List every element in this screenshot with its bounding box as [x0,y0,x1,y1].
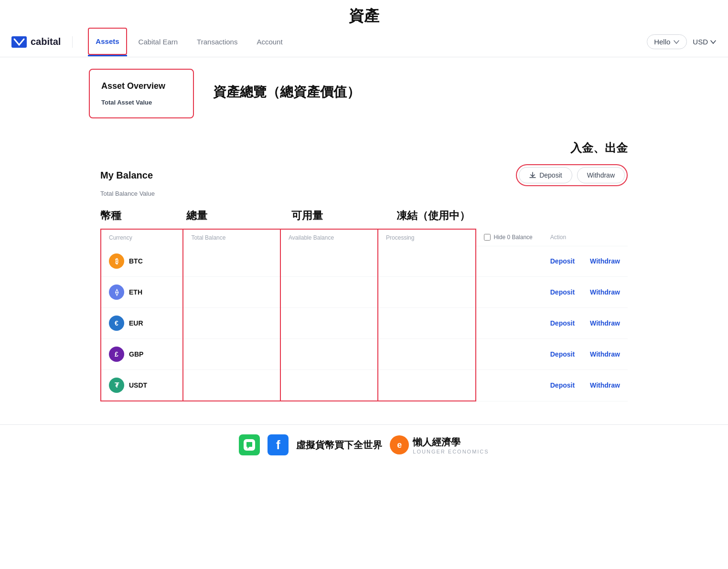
hello-text: Hello [654,38,670,46]
chevron-down-icon-usd [710,39,717,45]
deposit-action-ETH[interactable]: Deposit [550,288,575,296]
col-header-total-balance: Total Balance [183,229,280,246]
deposit-action-cell-GBP: Deposit [543,339,582,370]
table-header-row: Currency Total Balance Available Balance… [101,229,628,246]
footer-brand-sub: LOUNGER ECONOMICS [413,449,489,454]
total-asset-value-label: Total Asset Value [101,99,182,106]
deposit-icon [529,171,536,179]
main-content: Asset Overview Total Asset Value 資產總覽（總資… [77,57,651,424]
total-balance-cell-ETH [183,277,280,308]
total-balance-header-label: Total Balance [191,234,225,241]
withdraw-action-cell-ETH: Withdraw [582,277,628,308]
coin-icon-GBP: £ [109,347,124,362]
deposit-action-EUR[interactable]: Deposit [550,319,575,327]
available-balance-header-label: Available Balance [289,234,334,241]
table-row: £ GBP Deposit Withdraw [101,339,628,370]
empty-cell-GBP [476,339,542,370]
footer-brand-name: 懶人經濟學 [413,436,489,449]
empty-cell-ETH [476,277,542,308]
footer-icon-facebook: f [268,434,289,455]
balance-table: Currency Total Balance Available Balance… [100,229,628,401]
col-header-available-balance: Available Balance [280,229,378,246]
balance-header: My Balance 入金、出金 Deposit Withdraw [100,164,628,186]
total-balance-cell-BTC [183,246,280,277]
processing-cell-GBP [378,339,476,370]
nav-link-account[interactable]: Account [249,28,290,55]
available-balance-cell-ETH [280,277,378,308]
balance-table-body: ₿ BTC Deposit Withdraw ⟠ ETH [101,246,628,401]
currency-cell-USDT: ₮ USDT [109,378,175,393]
col-header-action-extra [582,229,628,246]
hide-zero-label[interactable]: Hide 0 Balance [484,234,535,241]
coin-label-ETH: ETH [129,288,142,296]
nav-label-transactions: Transactions [197,38,237,46]
table-row: ₿ BTC Deposit Withdraw [101,246,628,277]
nav-right: Hello USD [647,34,717,49]
withdraw-action-cell-USDT: Withdraw [582,370,628,401]
navbar: cabital Assets Cabital Earn Transactions… [0,27,728,57]
nav-link-assets[interactable]: Assets [88,28,127,56]
col-header-processing: Processing [378,229,476,246]
svg-rect-0 [11,36,27,48]
coin-label-EUR: EUR [129,319,143,327]
currency-selector[interactable]: USD [693,38,717,46]
chat-icon [243,438,256,452]
withdraw-action-cell-EUR: Withdraw [582,308,628,339]
hello-dropdown[interactable]: Hello [647,34,687,49]
processing-header-label: Processing [386,234,414,241]
table-row: ⟠ ETH Deposit Withdraw [101,277,628,308]
coin-label-BTC: BTC [129,257,143,265]
total-balance-label: Total Balance Value [100,190,628,197]
processing-cell-USDT [378,370,476,401]
balance-section: My Balance 入金、出金 Deposit Withdraw [89,153,639,413]
currency-cell-GBP: £ GBP [109,347,175,362]
withdraw-action-GBP[interactable]: Withdraw [590,350,620,358]
processing-cell-EUR [378,308,476,339]
deposit-action-USDT[interactable]: Deposit [550,381,575,389]
currency-label: USD [693,38,708,46]
empty-cell-BTC [476,246,542,277]
nav-label-account: Account [257,38,282,46]
deposit-action-cell-BTC: Deposit [543,246,582,277]
balance-title: My Balance [100,170,153,181]
zh-processing-label: 凍結（使用中） [396,209,502,223]
deposit-button[interactable]: Deposit [519,167,572,183]
withdraw-action-USDT[interactable]: Withdraw [590,381,620,389]
asset-overview-title: Asset Overview [101,81,182,91]
deposit-action-cell-USDT: Deposit [543,370,582,401]
withdraw-action-BTC[interactable]: Withdraw [590,257,620,265]
available-balance-cell-BTC [280,246,378,277]
empty-cell-EUR [476,308,542,339]
withdraw-action-EUR[interactable]: Withdraw [590,319,620,327]
deposit-action-GBP[interactable]: Deposit [550,350,575,358]
withdraw-action-cell-BTC: Withdraw [582,246,628,277]
currency-cell-ETH: ⟠ ETH [109,284,175,300]
withdraw-action-ETH[interactable]: Withdraw [590,288,620,296]
nav-link-transactions[interactable]: Transactions [189,28,245,55]
balance-actions: Deposit Withdraw [516,164,628,186]
currency-header-label: Currency [109,234,132,241]
deposit-action-cell-EUR: Deposit [543,308,582,339]
nav-label-assets: Assets [96,37,119,45]
asset-overview-card: Asset Overview Total Asset Value [89,69,194,118]
deposit-label: Deposit [539,171,562,179]
hide-zero-checkbox[interactable] [484,234,491,241]
available-balance-cell-USDT [280,370,378,401]
processing-cell-ETH [378,277,476,308]
withdraw-action-cell-GBP: Withdraw [582,339,628,370]
coin-label-GBP: GBP [129,350,143,358]
deposit-action-BTC[interactable]: Deposit [550,257,575,265]
action-header-label: Action [550,234,566,241]
footer-brand-area: e 懶人經濟學 LOUNGER ECONOMICS [390,435,489,454]
nav-links: Assets Cabital Earn Transactions Account [88,28,647,56]
nav-link-cabital-earn[interactable]: Cabital Earn [131,28,186,55]
logo-text: cabital [31,36,61,47]
zh-total-label: 總量 [186,209,291,223]
footer-brand-icon: e [390,435,409,454]
coin-icon-ETH: ⟠ [109,284,124,300]
withdraw-button[interactable]: Withdraw [577,167,625,183]
nav-label-cabital-earn: Cabital Earn [139,38,178,46]
empty-cell-USDT [476,370,542,401]
coin-label-USDT: USDT [129,381,147,389]
currency-cell-EUR: € EUR [109,316,175,331]
